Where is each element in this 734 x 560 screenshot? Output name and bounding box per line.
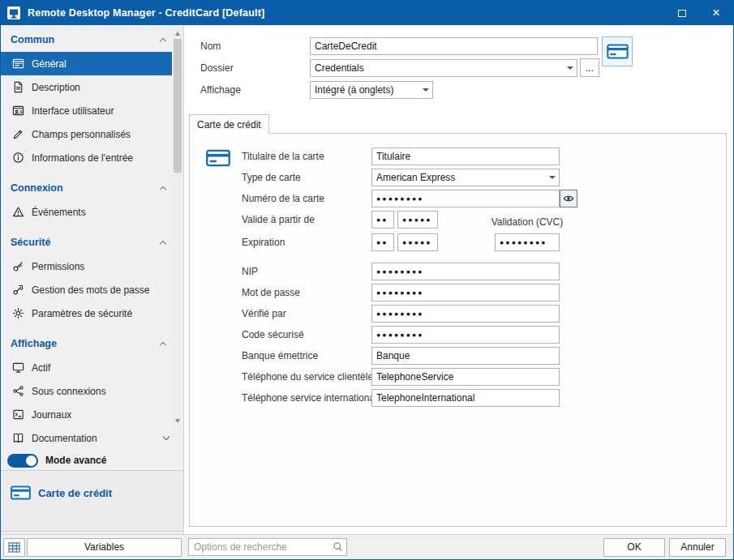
name-input[interactable] — [310, 37, 598, 55]
sidebar-item-evenements[interactable]: Événements — [1, 200, 172, 224]
credit-card-icon — [11, 485, 31, 500]
sidebar-item-label: Général — [32, 58, 67, 70]
sidebar-item-parametres-securite[interactable]: Paramètres de sécurité — [1, 301, 172, 325]
verified-by-input[interactable] — [371, 305, 560, 323]
sidebar-item-champs-personnalises[interactable]: Champs personnalisés — [1, 122, 172, 146]
folder-combo[interactable]: Credentials — [310, 59, 577, 77]
section-label: Sécurité — [11, 237, 50, 248]
bank-input[interactable] — [371, 347, 560, 365]
verified-by-label: Vérifié par — [242, 305, 286, 323]
sidebar-item-label: Événements — [32, 207, 86, 218]
secure-code-input[interactable] — [371, 326, 560, 344]
cvc-label: Validation (CVC) — [488, 216, 566, 228]
sidebar-section-connexion[interactable]: Connexion — [1, 176, 172, 200]
general-icon — [11, 58, 24, 70]
toggle-knob — [26, 455, 36, 466]
display-combo[interactable]: Intégré (à onglets) — [310, 81, 433, 99]
app-icon — [6, 6, 21, 20]
credit-card-icon — [206, 149, 230, 167]
console-icon — [11, 408, 24, 421]
card-number-input[interactable] — [371, 190, 560, 207]
search-icon — [333, 541, 343, 552]
chevron-up-icon — [160, 186, 166, 192]
entry-type-label: Carte de crédit — [38, 487, 112, 499]
chevron-down-icon — [563, 60, 577, 76]
card-type-label: Type de carte — [242, 169, 301, 186]
display-label: Affichage — [200, 84, 310, 96]
sidebar-item-actif[interactable]: Actif — [1, 356, 172, 379]
sidebar-scrollbar[interactable] — [173, 28, 182, 426]
pin-label: NIP — [242, 263, 258, 280]
expiration-month-input[interactable] — [371, 233, 394, 251]
holder-input[interactable] — [371, 147, 560, 165]
titlebar: Remote Desktop Manager - CreditCard [Def… — [1, 1, 733, 25]
advanced-mode-toggle[interactable] — [7, 454, 38, 468]
sidebar-section-commun[interactable]: Commun — [1, 28, 172, 52]
section-label: Commun — [11, 34, 54, 45]
sidebar-item-journaux[interactable]: Journaux — [1, 403, 172, 426]
sidebar-item-label: Documentation — [32, 433, 97, 444]
search-input[interactable] — [188, 538, 347, 556]
entry-type-box: Carte de crédit — [1, 470, 183, 532]
section-label: Affichage — [11, 338, 57, 349]
folder-value: Credentials — [315, 62, 364, 74]
entry-icon-button[interactable] — [602, 36, 633, 66]
cancel-button[interactable]: Annuler — [669, 538, 726, 557]
maximize-icon — [678, 10, 686, 17]
valid-from-month-input[interactable] — [371, 211, 394, 229]
sidebar-item-label: Actif — [32, 362, 50, 374]
cvc-input[interactable] — [495, 233, 560, 251]
display-value: Intégré (à onglets) — [315, 84, 393, 96]
chevron-down-icon — [419, 82, 432, 98]
sidebar-item-label: Champs personnalisés — [32, 129, 131, 140]
variables-button[interactable]: Variables — [27, 538, 182, 557]
intl-phone-label: Téléphone service international — [242, 389, 377, 407]
card-type-value: American Express — [376, 172, 455, 183]
scrollbar-up-arrow[interactable] — [173, 28, 182, 38]
sidebar-item-sous-connexions[interactable]: Sous connexions — [1, 379, 172, 403]
close-icon: × — [712, 6, 719, 19]
monitor-icon — [11, 361, 24, 374]
share-icon — [11, 385, 24, 397]
info-icon — [11, 152, 24, 164]
chevron-up-icon — [160, 341, 166, 348]
folder-browse-button[interactable]: ... — [580, 58, 599, 77]
credit-card-panel: Titulaire de la carte Type de carte Amer… — [189, 133, 727, 527]
sidebar-item-general[interactable]: Général — [1, 52, 172, 75]
window-maximize-button[interactable] — [665, 1, 699, 25]
expiration-label: Expiration — [242, 233, 285, 251]
card-number-label: Numéro de la carte — [242, 190, 324, 207]
sidebar-item-label: Interface utilisateur — [32, 105, 114, 117]
tab-carte-de-credit[interactable]: Carte de crédit — [189, 114, 269, 134]
main-panel: Nom Dossier Credentials ... Affichage In… — [185, 25, 733, 534]
sidebar-item-gestion-mots-de-passe[interactable]: Gestion des mots de passe — [1, 278, 172, 301]
variables-grid-button[interactable] — [3, 538, 25, 557]
sidebar-section-securite[interactable]: Sécurité — [1, 230, 172, 254]
sidebar-item-informations-entree[interactable]: Informations de l'entrée — [1, 146, 172, 169]
password-input[interactable] — [371, 284, 560, 301]
sidebar-item-label: Informations de l'entrée — [32, 152, 133, 164]
sidebar-item-interface-utilisateur[interactable]: Interface utilisateur — [1, 99, 172, 122]
scrollbar-down-arrow[interactable] — [173, 416, 182, 425]
reveal-password-button[interactable] — [560, 190, 577, 207]
chevron-down-icon — [163, 434, 170, 440]
scrollbar-thumb[interactable] — [174, 39, 182, 173]
sidebar-item-permissions[interactable]: Permissions — [1, 254, 172, 278]
sidebar-item-label: Gestion des mots de passe — [32, 284, 149, 296]
secure-code-label: Code sécurisé — [242, 326, 304, 344]
card-type-combo[interactable]: American Express — [371, 169, 560, 186]
ok-button[interactable]: OK — [603, 538, 665, 557]
valid-from-year-input[interactable] — [397, 211, 438, 229]
holder-label: Titulaire de la carte — [242, 147, 324, 165]
sidebar-item-documentation[interactable]: Documentation — [1, 426, 172, 450]
pin-input[interactable] — [371, 263, 560, 280]
window-close-button[interactable]: × — [699, 1, 733, 25]
sidebar-item-description[interactable]: Description — [1, 75, 172, 99]
sidebar-section-affichage[interactable]: Affichage — [1, 331, 172, 356]
grid-icon — [8, 542, 20, 553]
customer-phone-input[interactable] — [371, 368, 560, 386]
expiration-year-input[interactable] — [397, 233, 438, 251]
book-icon — [11, 432, 24, 444]
name-label: Nom — [200, 41, 310, 52]
intl-phone-input[interactable] — [371, 389, 560, 407]
